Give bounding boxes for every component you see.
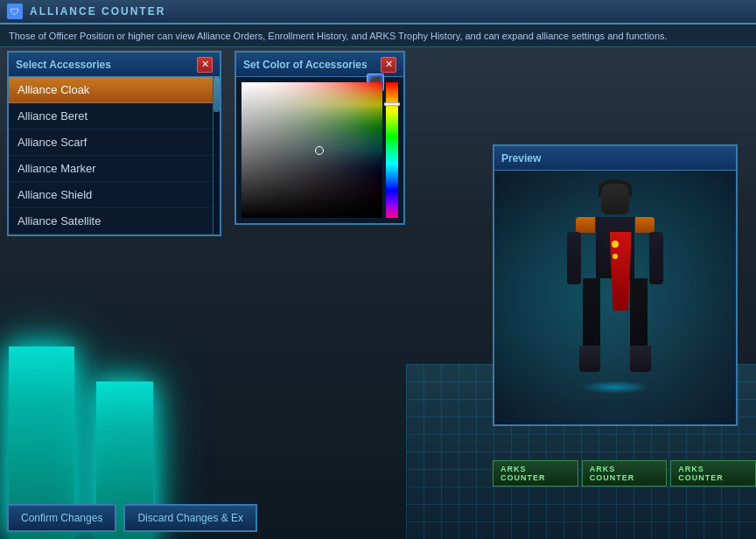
character-head xyxy=(601,184,629,214)
select-panel-close-button[interactable]: ✕ xyxy=(197,57,213,73)
character-leg-right xyxy=(630,278,648,348)
color-gradient-box[interactable] xyxy=(242,82,382,218)
scrollbar-track[interactable] xyxy=(213,77,220,234)
character-glow xyxy=(580,381,650,394)
list-item-alliance-beret[interactable]: Alliance Beret xyxy=(9,103,220,130)
color-panel-close-button[interactable]: ✕ xyxy=(381,57,396,73)
character-arm-right xyxy=(649,232,663,284)
color-picker-area xyxy=(242,82,398,218)
title-bar: 🛡 ALLIANCE COUNTER xyxy=(0,0,756,24)
confirm-changes-button[interactable]: Confirm Changes xyxy=(7,504,116,532)
bottom-action-bar: Confirm Changes Discard Changes & Ex xyxy=(7,504,257,532)
preview-panel-title: Preview xyxy=(501,152,541,164)
character-shoulder-left xyxy=(576,217,595,233)
preview-panel-header: Preview xyxy=(494,146,736,171)
background-pillars xyxy=(0,242,228,539)
list-item-alliance-shield[interactable]: Alliance Shield xyxy=(9,182,220,208)
select-panel-header: Select Accessories ✕ xyxy=(9,52,220,77)
color-panel-title: Set Color of Accessories xyxy=(243,59,368,71)
preview-content xyxy=(494,171,736,424)
character-accent1 xyxy=(612,241,619,248)
select-accessories-panel: Select Accessories ✕ Alliance Cloak Alli… xyxy=(7,51,221,236)
arks-counter-button-2[interactable]: ARKS COUNTER xyxy=(582,460,668,486)
list-item-alliance-satellite[interactable]: Alliance Satellite xyxy=(9,208,220,234)
select-panel-title: Select Accessories xyxy=(16,59,111,71)
character-shoulder-right xyxy=(635,217,654,233)
character-leg-left xyxy=(583,278,600,348)
arks-buttons-container: ARKS COUNTER ARKS COUNTER ARKS COUNTER xyxy=(493,460,756,486)
notification-text: Those of Officer Position or higher can … xyxy=(9,31,668,41)
notification-bar: Those of Officer Position or higher can … xyxy=(0,24,756,47)
character-figure xyxy=(558,184,672,411)
color-crosshair xyxy=(315,146,324,155)
discard-changes-button[interactable]: Discard Changes & Ex xyxy=(123,504,257,532)
list-item-alliance-scarf[interactable]: Alliance Scarf xyxy=(9,130,220,156)
scrollbar-thumb[interactable] xyxy=(214,77,220,112)
window-title: ALLIANCE COUNTER xyxy=(30,5,165,18)
title-icon: 🛡 xyxy=(7,4,23,19)
accessories-list: Alliance Cloak Alliance Beret Alliance S… xyxy=(9,77,220,234)
hue-slider[interactable] xyxy=(386,82,398,218)
list-item-alliance-cloak[interactable]: Alliance Cloak xyxy=(9,77,220,103)
character-arm-left xyxy=(567,232,581,284)
character-accent2 xyxy=(612,254,618,259)
character-boot-right xyxy=(630,346,651,372)
preview-panel: Preview xyxy=(493,144,738,426)
color-picker-panel: Set Color of Accessories ✕ ⬛ xyxy=(234,51,405,225)
arks-counter-button-3[interactable]: ARKS COUNTER xyxy=(670,460,756,486)
hue-indicator xyxy=(384,102,400,106)
list-item-alliance-marker[interactable]: Alliance Marker xyxy=(9,156,220,182)
arks-counter-button-1[interactable]: ARKS COUNTER xyxy=(493,460,578,486)
character-boot-left xyxy=(579,346,600,372)
